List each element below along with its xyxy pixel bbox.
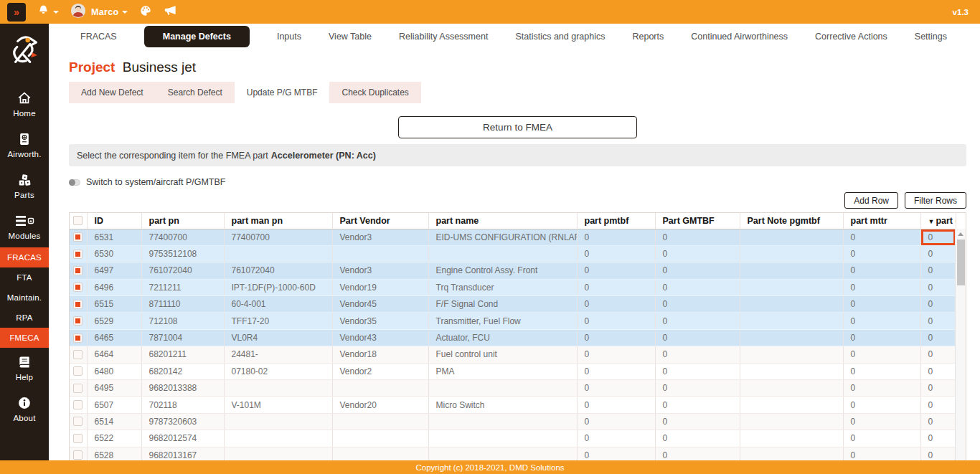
cell-part-note-pgmtbf[interactable] <box>740 380 843 397</box>
scroll-up-icon[interactable] <box>958 232 963 236</box>
cell-part-note-pgmtbf[interactable] <box>740 313 843 329</box>
cell-id[interactable]: 6497 <box>87 262 141 279</box>
sidebar-item-fta[interactable]: FTA <box>0 267 49 288</box>
nav-item-continued-airworthiness[interactable]: Continued Airworthiness <box>691 32 788 42</box>
nav-item-fracas[interactable]: FRACAS <box>80 32 117 42</box>
cell-part-mttr[interactable]: 0 <box>843 245 920 262</box>
cell-part-gmtbf[interactable]: 0 <box>655 245 740 262</box>
cell-part-pmtbf[interactable]: 0 <box>577 380 655 397</box>
cell-part-vendor[interactable]: Vendor3 <box>332 262 428 279</box>
cell-part-gmtbf[interactable]: 0 <box>655 413 740 430</box>
cell-part-pmtbf[interactable]: 0 <box>577 296 655 313</box>
row-checkbox[interactable] <box>73 417 83 426</box>
cell-part-note-pgmtbf[interactable] <box>740 245 843 262</box>
nav-item-view-table[interactable]: View Table <box>329 32 372 42</box>
cell-part-vendor[interactable]: Vendor18 <box>332 346 428 363</box>
table-row[interactable]: 65317740070077400700Vendor3EID-UMS CONFI… <box>70 229 956 245</box>
col-header-id[interactable]: ID <box>87 213 141 229</box>
table-scrollbar[interactable] <box>955 229 966 460</box>
cell-part-pn[interactable]: 7871004 <box>141 329 224 346</box>
announcements-button[interactable] <box>164 4 177 20</box>
cell-part-mttr[interactable]: 0 <box>843 430 920 447</box>
row-checkbox[interactable] <box>73 283 83 292</box>
table-row[interactable]: 651497873206030000 <box>70 413 956 430</box>
cell-part-vendor[interactable]: Vendor35 <box>332 313 428 329</box>
cell-id[interactable]: 6480 <box>87 363 141 379</box>
sidebar-item-airworthiness[interactable]: Airworth. <box>0 125 49 166</box>
cell-part-name[interactable] <box>428 413 577 430</box>
cell-part-pmtbf[interactable]: 0 <box>577 413 655 430</box>
table-row[interactable]: 64646820121124481-Vendor18Fuel control u… <box>70 346 956 363</box>
tab-update-pg-mtbf[interactable]: Update P/G MTBF <box>235 82 330 103</box>
cell-part-note-pgmtbf[interactable] <box>740 447 843 460</box>
row-checkbox[interactable] <box>73 384 83 393</box>
cell-part-name[interactable] <box>428 430 577 447</box>
cell-part-vendor[interactable]: Vendor3 <box>332 229 428 245</box>
cell-part-gmtbf[interactable]: 0 <box>655 447 740 460</box>
cell-part-co[interactable]: 0 <box>920 296 956 313</box>
row-checkbox[interactable] <box>73 350 83 359</box>
col-header-part-note-pgmtbf[interactable]: Part Note pgmtbf <box>740 213 843 229</box>
cell-part-note-pgmtbf[interactable] <box>740 430 843 447</box>
cell-id[interactable]: 6531 <box>87 229 141 245</box>
cell-part-gmtbf[interactable]: 0 <box>655 430 740 447</box>
table-row[interactable]: 6529712108TFF17-20Vendor35Transmitter, F… <box>70 313 956 329</box>
col-header-part-name[interactable]: part name <box>428 213 577 229</box>
cell-part-note-pgmtbf[interactable] <box>740 413 843 430</box>
cell-part-mttr[interactable]: 0 <box>843 346 920 363</box>
cell-part-name[interactable]: Micro Switch <box>428 397 577 413</box>
cell-part-vendor[interactable] <box>332 380 428 397</box>
row-checkbox[interactable] <box>73 250 83 259</box>
cell-part-pn[interactable]: 761072040 <box>141 262 224 279</box>
cell-part-pmtbf[interactable]: 0 <box>577 245 655 262</box>
table-row[interactable]: 6507702118V-101MVendor20Micro Switch0000 <box>70 397 956 413</box>
cell-part-pn[interactable]: 9682013167 <box>141 447 224 460</box>
cell-part-name[interactable]: Actuator, FCU <box>428 329 577 346</box>
row-checkbox[interactable] <box>73 434 83 443</box>
table-row[interactable]: 6497761072040761072040Vendor3Engine Cont… <box>70 262 956 279</box>
cell-part-pmtbf[interactable]: 0 <box>577 447 655 460</box>
cell-part-mttr[interactable]: 0 <box>843 380 920 397</box>
cell-part-note-pgmtbf[interactable] <box>740 229 843 245</box>
cell-part-pmtbf[interactable]: 0 <box>577 363 655 379</box>
cell-part-vendor[interactable]: Vendor2 <box>332 363 428 379</box>
cell-part-note-pgmtbf[interactable] <box>740 296 843 313</box>
cell-part-vendor[interactable] <box>332 245 428 262</box>
table-row[interactable]: 649596820133880000 <box>70 380 956 397</box>
col-header-part-mttr[interactable]: part mttr <box>843 213 920 229</box>
cell-part-man-pn[interactable]: 77400700 <box>224 229 332 245</box>
filter-rows-button[interactable]: Filter Rows <box>905 192 966 209</box>
cell-part-co[interactable]: 0 <box>920 346 956 363</box>
cell-part-gmtbf[interactable]: 0 <box>655 279 740 295</box>
nav-item-inputs[interactable]: Inputs <box>277 32 301 42</box>
cell-part-mttr[interactable]: 0 <box>843 313 920 329</box>
cell-part-man-pn[interactable]: 761072040 <box>224 262 332 279</box>
cell-part-co[interactable]: 0 <box>920 447 956 460</box>
col-header-part-vendor[interactable]: Part Vendor <box>332 213 428 229</box>
cell-id[interactable]: 6464 <box>87 346 141 363</box>
cell-part-man-pn[interactable]: 24481- <box>224 346 332 363</box>
cell-part-pn[interactable]: 77400700 <box>141 229 224 245</box>
cell-id[interactable]: 6495 <box>87 380 141 397</box>
select-all-checkbox[interactable] <box>73 216 83 225</box>
cell-id[interactable]: 6496 <box>87 279 141 295</box>
cell-part-pmtbf[interactable]: 0 <box>577 229 655 245</box>
cell-part-vendor[interactable] <box>332 447 428 460</box>
cell-part-co[interactable]: 0 <box>920 430 956 447</box>
sidebar-collapse-button[interactable]: » <box>7 3 26 22</box>
table-row[interactable]: 64657871004VL0R4Vendor43Actuator, FCU000… <box>70 329 956 346</box>
cell-part-co[interactable]: 0 <box>920 380 956 397</box>
cell-part-mttr[interactable]: 0 <box>843 447 920 460</box>
cell-id[interactable]: 6530 <box>87 245 141 262</box>
table-row[interactable]: 653097535121080000 <box>70 245 956 262</box>
sidebar-item-maintain[interactable]: Maintain. <box>0 288 49 308</box>
app-logo[interactable] <box>6 32 42 71</box>
cell-part-pn[interactable]: 68201211 <box>141 346 224 363</box>
theme-button[interactable] <box>139 4 152 20</box>
cell-part-vendor[interactable] <box>332 430 428 447</box>
add-row-button[interactable]: Add Row <box>844 192 898 209</box>
tab-check-duplicates[interactable]: Check Duplicates <box>329 82 420 103</box>
cell-part-note-pgmtbf[interactable] <box>740 397 843 413</box>
sidebar-item-fracas[interactable]: FRACAS <box>0 247 49 267</box>
cell-part-name[interactable]: PMA <box>428 363 577 379</box>
